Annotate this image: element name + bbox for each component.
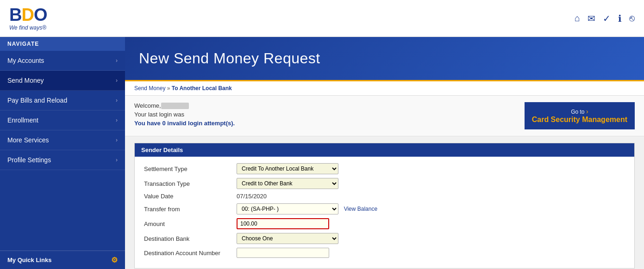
sidebar-item-label: Pay Bills and Reload: [7, 97, 67, 104]
quick-links-bar[interactable]: My Quick Links ⚙: [0, 251, 125, 269]
sender-details-section: Sender Details Settlement Type Credit To…: [134, 143, 635, 269]
value-date-label: Value Date: [144, 193, 237, 200]
quick-links-label: My Quick Links: [7, 257, 51, 263]
transaction-type-row: Transaction Type Credit to Other Bank: [144, 178, 625, 189]
sender-details-body: Settlement Type Credit To Another Local …: [135, 157, 634, 268]
sidebar-item-label: Profile Settings: [7, 156, 51, 164]
home-icon[interactable]: ⌂: [575, 13, 580, 24]
destination-bank-select[interactable]: Choose One: [237, 233, 338, 244]
sidebar-item-more-services[interactable]: More Services ›: [0, 130, 125, 150]
destination-bank-label: Destination Bank: [144, 235, 237, 242]
login-attempts: You have 0 invalid login attempt(s).: [134, 120, 260, 127]
sidebar-item-label: Send Money: [7, 77, 44, 84]
destination-account-value: [237, 248, 625, 258]
settlement-type-label: Settlement Type: [144, 165, 237, 172]
top-bar: BDO We find ways® ⌂ ✉ ✓ ℹ ⎋: [0, 0, 644, 37]
settlement-type-select[interactable]: Credit To Another Local Bank: [237, 163, 338, 174]
welcome-area: Welcome, Your last login was You have 0 …: [125, 96, 644, 136]
transaction-type-value: Credit to Other Bank: [237, 178, 625, 189]
welcome-text-block: Welcome, Your last login was You have 0 …: [134, 102, 260, 127]
settlement-type-value: Credit To Another Local Bank: [237, 163, 625, 174]
sender-details-header: Sender Details: [135, 143, 634, 157]
amount-row: Amount: [144, 218, 625, 229]
settlement-type-row: Settlement Type Credit To Another Local …: [144, 163, 625, 174]
chevron-icon: ›: [116, 57, 118, 64]
chevron-icon: ›: [116, 137, 118, 143]
breadcrumb-root[interactable]: Send Money: [134, 85, 165, 92]
card-security-arrow: ›: [586, 108, 588, 115]
destination-bank-row: Destination Bank Choose One: [144, 233, 625, 244]
chevron-icon: ›: [116, 157, 118, 163]
gear-icon[interactable]: ⚙: [111, 256, 118, 264]
view-balance-link[interactable]: View Balance: [344, 206, 378, 212]
top-icons-bar: ⌂ ✉ ✓ ℹ ⎋: [575, 13, 635, 24]
sidebar: NAVIGATE My Accounts › Send Money › Pay …: [0, 37, 125, 269]
amount-label: Amount: [144, 220, 237, 227]
card-security-button[interactable]: Go to › Card Security Management: [525, 102, 635, 129]
chevron-icon: ›: [116, 77, 118, 84]
value-date-row: Value Date 07/15/2020: [144, 193, 625, 200]
info-icon[interactable]: ℹ: [618, 13, 622, 24]
destination-account-label: Destination Account Number: [144, 250, 237, 257]
breadcrumb-current: To Another Local Bank: [172, 85, 232, 92]
logo-tagline: We find ways®: [9, 24, 47, 31]
sidebar-item-send-money[interactable]: Send Money ›: [0, 71, 125, 91]
transfer-from-row: Transfer from 00: (SA-PHP- ) View Balanc…: [144, 203, 625, 214]
bdo-logo: BDO: [9, 6, 47, 24]
username-redacted: [161, 103, 189, 109]
mail-icon[interactable]: ✉: [588, 13, 595, 24]
last-login-row: Your last login was: [134, 111, 260, 118]
sidebar-item-label: My Accounts: [7, 57, 44, 64]
sidebar-item-profile-settings[interactable]: Profile Settings ›: [0, 150, 125, 170]
transaction-type-label: Transaction Type: [144, 180, 237, 187]
transaction-type-select[interactable]: Credit to Other Bank: [237, 178, 338, 189]
card-security-prefix: Go to ›: [532, 108, 627, 115]
chevron-icon: ›: [116, 97, 118, 104]
destination-bank-value: Choose One: [237, 233, 625, 244]
sidebar-item-enrollment[interactable]: Enrollment ›: [0, 110, 125, 130]
content-area: New Send Money Request Send Money » To A…: [125, 37, 644, 269]
sidebar-item-pay-bills[interactable]: Pay Bills and Reload ›: [0, 91, 125, 110]
welcome-greeting: Welcome,: [134, 102, 260, 109]
sidebar-item-my-accounts[interactable]: My Accounts ›: [0, 51, 125, 71]
logout-icon[interactable]: ⎋: [629, 13, 635, 24]
card-security-label: Card Security Management: [532, 115, 627, 124]
transfer-from-select[interactable]: 00: (SA-PHP- ): [237, 203, 338, 214]
sidebar-item-label: Enrollment: [7, 116, 38, 124]
amount-value: [237, 218, 625, 229]
page-title: New Send Money Request: [139, 50, 630, 67]
sidebar-item-label: More Services: [7, 136, 49, 144]
destination-account-input[interactable]: [237, 248, 329, 258]
transfer-from-label: Transfer from: [144, 206, 237, 213]
breadcrumb: Send Money » To Another Local Bank: [125, 81, 644, 96]
check-icon[interactable]: ✓: [603, 13, 611, 24]
nav-header: NAVIGATE: [0, 37, 125, 51]
chevron-icon: ›: [116, 117, 118, 123]
amount-input[interactable]: [237, 218, 329, 229]
main-layout: NAVIGATE My Accounts › Send Money › Pay …: [0, 37, 644, 269]
page-banner: New Send Money Request: [125, 37, 644, 81]
transfer-from-value: 00: (SA-PHP- ) View Balance: [237, 203, 625, 214]
destination-account-row: Destination Account Number: [144, 248, 625, 258]
logo-area: BDO We find ways®: [9, 6, 47, 31]
value-date-value: 07/15/2020: [237, 193, 625, 200]
